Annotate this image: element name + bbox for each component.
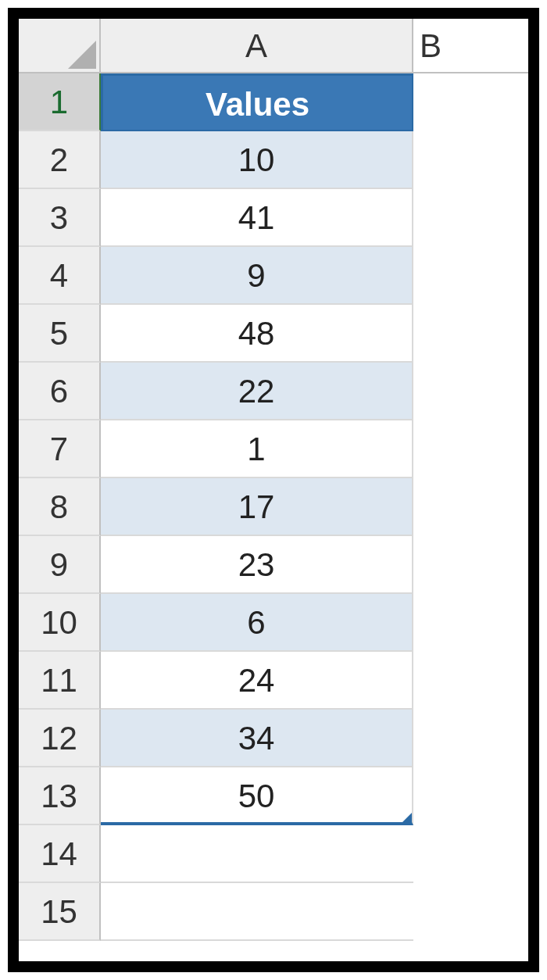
cell-b8[interactable] bbox=[413, 478, 538, 536]
row-header-13[interactable]: 13 bbox=[19, 767, 101, 825]
row-header-15[interactable]: 15 bbox=[19, 883, 101, 941]
row-header-9[interactable]: 9 bbox=[19, 536, 101, 594]
column-header-b[interactable]: B bbox=[413, 19, 538, 73]
cell-b15[interactable] bbox=[413, 883, 538, 941]
row-header-4[interactable]: 4 bbox=[19, 247, 101, 305]
row-header-12[interactable]: 12 bbox=[19, 710, 101, 767]
row-header-2[interactable]: 2 bbox=[19, 131, 101, 189]
spreadsheet-grid: A B 1 Values 2 10 3 41 4 9 5 48 6 22 7 1… bbox=[19, 19, 528, 941]
row-header-8[interactable]: 8 bbox=[19, 478, 101, 536]
cell-b13[interactable] bbox=[413, 767, 538, 825]
cell-b1[interactable] bbox=[413, 73, 538, 131]
cell-b12[interactable] bbox=[413, 710, 538, 767]
cell-b4[interactable] bbox=[413, 247, 538, 305]
cell-b10[interactable] bbox=[413, 594, 538, 652]
cell-a15[interactable] bbox=[101, 883, 413, 941]
cell-a1[interactable]: Values bbox=[101, 73, 413, 131]
cell-a7[interactable]: 1 bbox=[101, 420, 413, 478]
cell-a12[interactable]: 34 bbox=[101, 710, 413, 767]
cell-a5[interactable]: 48 bbox=[101, 305, 413, 363]
cell-b11[interactable] bbox=[413, 652, 538, 710]
row-header-3[interactable]: 3 bbox=[19, 189, 101, 247]
cell-b3[interactable] bbox=[413, 189, 538, 247]
column-header-a[interactable]: A bbox=[101, 19, 413, 73]
cell-a4[interactable]: 9 bbox=[101, 247, 413, 305]
row-header-5[interactable]: 5 bbox=[19, 305, 101, 363]
cell-a10[interactable]: 6 bbox=[101, 594, 413, 652]
cell-b6[interactable] bbox=[413, 363, 538, 420]
cell-a6[interactable]: 22 bbox=[101, 363, 413, 420]
row-header-6[interactable]: 6 bbox=[19, 363, 101, 420]
cell-a11[interactable]: 24 bbox=[101, 652, 413, 710]
select-all-corner[interactable] bbox=[19, 19, 101, 73]
row-header-7[interactable]: 7 bbox=[19, 420, 101, 478]
row-header-14[interactable]: 14 bbox=[19, 825, 101, 883]
cell-b5[interactable] bbox=[413, 305, 538, 363]
cell-b2[interactable] bbox=[413, 131, 538, 189]
cell-a3[interactable]: 41 bbox=[101, 189, 413, 247]
row-header-1[interactable]: 1 bbox=[19, 73, 101, 131]
cell-b7[interactable] bbox=[413, 420, 538, 478]
spreadsheet-frame: A B 1 Values 2 10 3 41 4 9 5 48 6 22 7 1… bbox=[8, 8, 539, 972]
cell-a8[interactable]: 17 bbox=[101, 478, 413, 536]
svg-marker-0 bbox=[68, 41, 96, 69]
cell-a9[interactable]: 23 bbox=[101, 536, 413, 594]
cell-b14[interactable] bbox=[413, 825, 538, 883]
select-all-triangle-icon bbox=[68, 41, 96, 69]
row-header-11[interactable]: 11 bbox=[19, 652, 101, 710]
cell-b9[interactable] bbox=[413, 536, 538, 594]
cell-a13[interactable]: 50 bbox=[101, 767, 413, 825]
row-header-10[interactable]: 10 bbox=[19, 594, 101, 652]
cell-a14[interactable] bbox=[101, 825, 413, 883]
cell-a2[interactable]: 10 bbox=[101, 131, 413, 189]
